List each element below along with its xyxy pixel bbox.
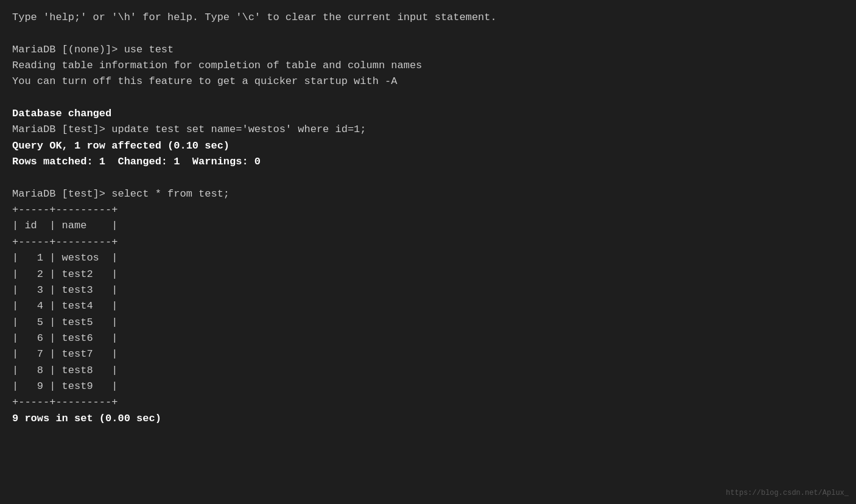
terminal-line: Query OK, 1 row affected (0.10 sec) xyxy=(12,140,230,152)
watermark: https://blog.csdn.net/Aplux_ xyxy=(726,488,849,499)
terminal-line: | 2 | test2 | xyxy=(12,268,118,280)
terminal-line: Type 'help;' or '\h' for help. Type '\c'… xyxy=(12,12,497,23)
terminal-line: | 7 | test7 | xyxy=(12,348,118,360)
terminal-line: | 3 | test3 | xyxy=(12,284,118,296)
terminal-line: | 4 | test4 | xyxy=(12,300,118,312)
terminal-line: | 8 | test8 | xyxy=(12,365,118,376)
terminal-line: MariaDB [test]> select * from test; xyxy=(12,188,230,200)
terminal-line: Database changed xyxy=(12,108,111,119)
terminal-line: +-----+---------+ xyxy=(12,236,118,248)
terminal-line: You can turn off this feature to get a q… xyxy=(12,75,398,87)
terminal-line: | id | name | xyxy=(12,220,118,231)
terminal-line: +-----+---------+ xyxy=(12,396,118,408)
terminal-line: MariaDB [test]> update test set name='we… xyxy=(12,124,367,135)
terminal-line: | 1 | westos | xyxy=(12,252,118,264)
terminal-line: 9 rows in set (0.00 sec) xyxy=(12,413,161,424)
terminal-line: MariaDB [(none)]> use test xyxy=(12,44,174,55)
terminal-line: | 6 | test6 | xyxy=(12,332,118,344)
terminal-line: Rows matched: 1 Changed: 1 Warnings: 0 xyxy=(12,156,261,167)
terminal-line: | 9 | test9 | xyxy=(12,380,118,392)
terminal-line: Reading table information for completion… xyxy=(12,60,422,71)
terminal-line: +-----+---------+ xyxy=(12,204,118,215)
terminal-output: Type 'help;' or '\h' for help. Type '\c'… xyxy=(12,10,844,427)
terminal-line: | 5 | test5 | xyxy=(12,317,118,328)
